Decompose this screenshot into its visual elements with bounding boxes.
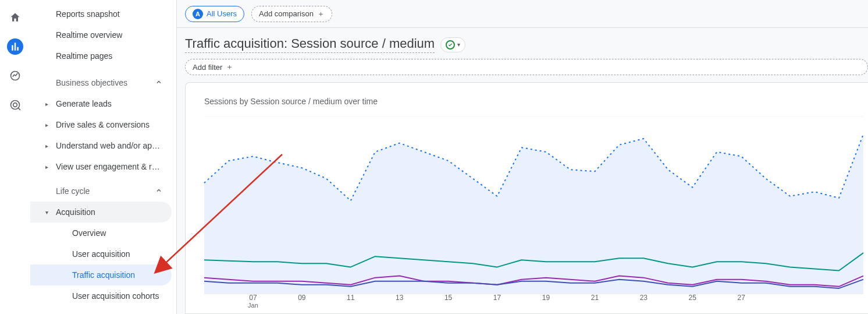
nav-drive-sales[interactable]: ▸ Drive sales & conversions <box>30 114 172 135</box>
nav-realtime-pages[interactable]: Realtime pages <box>30 45 172 66</box>
svg-point-2 <box>13 103 17 107</box>
chart-area[interactable]: 07Jan09111315171921232527 <box>186 106 868 313</box>
caret-right-icon: ▸ <box>42 122 51 128</box>
icon-rail <box>0 0 30 314</box>
x-tick-label: 19 <box>542 294 550 302</box>
x-tick-label: 21 <box>591 294 599 302</box>
caret-right-icon: ▸ <box>42 143 51 149</box>
nav-label: Traffic acquisition <box>72 270 135 280</box>
advertising-icon[interactable] <box>7 97 23 113</box>
main-content: A All Users Add comparison ＋ Traffic acq… <box>177 0 868 314</box>
nav-label: Generate leads <box>56 99 112 108</box>
chip-add-comparison[interactable]: Add comparison ＋ <box>251 6 332 22</box>
title-row: Traffic acquisition: Session source / me… <box>177 28 868 59</box>
chart-card: Sessions by Session source / medium over… <box>185 82 868 314</box>
nav-acq-overview[interactable]: Overview <box>30 223 172 244</box>
chip-label: All Users <box>207 9 237 18</box>
chip-label: Add filter <box>193 63 222 72</box>
nav-label: User acquisition <box>72 249 130 259</box>
x-tick-label: 09 <box>298 294 305 302</box>
nav-label: Reports snapshot <box>56 9 120 19</box>
filter-row: Add filter ＋ <box>177 59 868 82</box>
nav-heading-lifecycle[interactable]: Life cycle <box>30 181 172 202</box>
plus-icon: ＋ <box>226 62 233 72</box>
comparison-toolbar: A All Users Add comparison ＋ <box>177 0 868 28</box>
nav-label: Business objectives <box>56 78 127 87</box>
plus-icon: ＋ <box>317 9 325 19</box>
chart-title: Sessions by Session source / medium over… <box>186 83 868 106</box>
caret-down-icon: ▾ <box>457 41 460 48</box>
home-icon[interactable] <box>7 9 23 26</box>
nav-label: Overview <box>72 228 106 238</box>
chevron-up-icon <box>155 186 162 196</box>
caret-down-icon: ▾ <box>42 209 51 216</box>
nav-realtime-overview[interactable]: Realtime overview <box>30 24 172 45</box>
nav-user-acquisition[interactable]: User acquisition <box>30 244 172 264</box>
x-tick-label: 17 <box>493 294 501 302</box>
caret-right-icon: ▸ <box>42 101 51 107</box>
nav-label: Realtime pages <box>56 51 112 61</box>
nav-label: Acquisition <box>56 207 95 217</box>
x-tick-label: 11 <box>347 294 354 302</box>
nav-label: Drive sales & conversions <box>56 120 150 129</box>
nav-view-engagement[interactable]: ▸ View user engagement & rete… <box>30 156 172 177</box>
nav-label: Life cycle <box>56 186 90 196</box>
chip-add-filter[interactable]: Add filter ＋ <box>185 59 868 75</box>
x-tick-label: 27 <box>737 294 745 302</box>
nav-traffic-acquisition[interactable]: Traffic acquisition <box>30 264 172 285</box>
chip-label: Add comparison <box>259 9 314 18</box>
nav-acquisition[interactable]: ▾ Acquisition <box>30 202 172 223</box>
side-nav: Reports snapshot Realtime overview Realt… <box>30 0 177 314</box>
reports-icon[interactable] <box>7 38 23 55</box>
chevron-up-icon <box>155 78 162 87</box>
x-tick-label: 15 <box>444 294 452 302</box>
x-tick-label: 23 <box>640 294 648 302</box>
check-circle-icon <box>446 40 455 50</box>
nav-label: View user engagement & rete… <box>56 162 161 171</box>
nav-label: Realtime overview <box>56 30 122 40</box>
page-title[interactable]: Traffic acquisition: Session source / me… <box>185 36 435 53</box>
nav-generate-leads[interactable]: ▸ Generate leads <box>30 93 172 114</box>
status-pill[interactable]: ▾ <box>440 37 465 52</box>
explore-icon[interactable] <box>7 68 23 84</box>
chip-all-users[interactable]: A All Users <box>185 6 244 22</box>
nav-label: Understand web and/or app t… <box>56 141 161 150</box>
caret-right-icon: ▸ <box>42 164 51 170</box>
nav-user-acq-cohorts[interactable]: User acquisition cohorts <box>30 285 172 306</box>
x-tick-label: 25 <box>689 294 696 302</box>
audience-badge-icon: A <box>193 9 203 19</box>
nav-understand-web[interactable]: ▸ Understand web and/or app t… <box>30 135 172 156</box>
nav-label: User acquisition cohorts <box>72 291 159 301</box>
nav-heading-business[interactable]: Business objectives <box>30 72 172 93</box>
x-tick-label: 07Jan <box>248 294 258 309</box>
x-tick-label: 13 <box>396 294 403 302</box>
nav-reports-snapshot[interactable]: Reports snapshot <box>30 3 172 24</box>
